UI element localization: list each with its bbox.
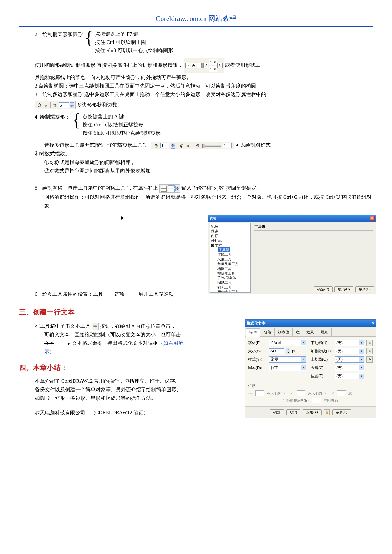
- case-combo[interactable]: (无)▾: [335, 365, 364, 371]
- tree-item[interactable]: 保存: [211, 229, 249, 234]
- polygon-after: 多边形形状和边数。: [77, 102, 122, 107]
- grid-icon: [161, 186, 167, 192]
- brace-icon: {: [72, 111, 81, 129]
- polygon-icon: ⬠: [36, 102, 42, 108]
- polygon-toolbar[interactable]: ⬠ ☆ ✩ ▴▾: [35, 101, 76, 109]
- spiral-select-a: 选择多边形工具展开式按钮下的“螺旋形工具”。: [44, 142, 150, 148]
- section-4-title: 四、本章小结：: [19, 362, 183, 374]
- options-line-c: 展开工具箱选项: [138, 291, 174, 297]
- kern-spin[interactable]: [312, 398, 321, 403]
- tree-item[interactable]: 椭圆工具: [211, 266, 249, 271]
- size-unit: pt: [292, 348, 295, 354]
- tree-item[interactable]: 内存: [211, 234, 249, 238]
- tab-tabs[interactable]: 制表位: [274, 328, 293, 336]
- ok-button[interactable]: 确定: [270, 409, 284, 415]
- strike-edit-icon[interactable]: ✎: [366, 348, 373, 354]
- strike-label: 加删除线(T):: [311, 348, 333, 354]
- tree-item[interactable]: 尺度工具: [211, 257, 249, 262]
- tree-item[interactable]: 图纸工具: [211, 280, 249, 285]
- tree-item[interactable]: 角度尺度工具: [211, 262, 249, 266]
- spiral-expand-input[interactable]: [223, 143, 232, 148]
- grid-b: 输入“行数”和“列数“按回车键确定。: [181, 185, 261, 191]
- style-combo[interactable]: 常规▾: [269, 356, 306, 363]
- angle-spin[interactable]: [337, 390, 346, 396]
- footer-left: 啸天电脑科技有限公司 （CORELDRAW12 笔记）: [35, 408, 149, 419]
- chevron-down-icon: ▾: [301, 340, 306, 345]
- tree-item[interactable]: 外挂式: [211, 238, 249, 243]
- tree-item[interactable]: 文本: [215, 243, 222, 247]
- ellipse-shortcut-2: 按住 Ctrl 可以绘制正圆: [95, 38, 173, 46]
- ellipse-icon: ○: [185, 63, 190, 68]
- shift-label: 位移: [248, 383, 373, 389]
- lock-icon[interactable]: 🔒: [324, 409, 330, 415]
- text-tool-icon[interactable]: 字: [92, 323, 99, 330]
- underline-label: 下划线(U):: [311, 340, 333, 346]
- style-label: 样式(Y):: [248, 356, 267, 362]
- tree-item[interactable]: 擦除器工具: [211, 271, 249, 276]
- arrow-icon: [106, 218, 123, 218]
- tab-fx[interactable]: 效果: [303, 328, 317, 336]
- options-tree[interactable]: VBA 保存 内存 外挂式 ⊟ 文本 ⊟ 工具箱 连线工具 尺度工具 角度尺度工…: [210, 223, 251, 293]
- spiral-slider[interactable]: [202, 145, 221, 147]
- pie-arc-toolbar[interactable]: ○ ◔ ⌒ ↺ 90.0 90.0 ↻: [184, 58, 224, 73]
- polygon-sides-input[interactable]: [59, 102, 69, 108]
- spiral-note-1: ①对称式是指每圈螺旋形的间距都相等，: [35, 158, 373, 167]
- options-line-b: 选项: [114, 291, 125, 297]
- spinner[interactable]: ▴▾: [70, 102, 74, 108]
- spiral-log-icon: ๑: [186, 143, 191, 148]
- h-shift-spin[interactable]: [255, 390, 264, 396]
- overline-combo[interactable]: (无)▾: [335, 356, 364, 363]
- arrow-icon: [57, 344, 70, 344]
- chevron-down-icon: ▾: [301, 365, 306, 370]
- tab-cols[interactable]: 栏: [292, 328, 303, 336]
- tab-rules[interactable]: 规则: [317, 328, 332, 336]
- three-point-ellipse: 3 点绘制椭圆：选中三点绘制椭圆工具在页面中先固定一点，然后任意拖动，可以绘制带…: [35, 82, 373, 90]
- font-combo[interactable]: O Arial▾: [269, 340, 306, 346]
- help-button[interactable]: 帮助(H): [355, 286, 374, 292]
- underline-edit-icon[interactable]: ✎: [366, 340, 373, 346]
- size-input[interactable]: [269, 348, 284, 354]
- position-combo[interactable]: (无)▾: [335, 373, 364, 379]
- sec3-p2: 可输入文本。直接拖动控制点可以改变文本的大小。也可单击: [35, 330, 183, 339]
- tree-item[interactable]: 手绘/贝塞尔: [211, 276, 249, 280]
- underline-combo[interactable]: (无)▾: [335, 340, 364, 346]
- strike-combo[interactable]: (无)▾: [335, 348, 364, 354]
- case-label: 大写(C):: [311, 365, 333, 371]
- tree-item[interactable]: 网状填充工具: [211, 290, 249, 293]
- spiral-select-c: 和对数式螺纹。: [35, 149, 373, 158]
- cancel-button[interactable]: 取消(C): [334, 286, 353, 292]
- ellipse-shortcut-3: 按住 Shift 可以以中心点绘制椭圆形: [95, 46, 173, 55]
- help-button[interactable]: 帮助(H): [332, 409, 351, 415]
- options-line-a: 6．绘图工具属性的设置：工具: [35, 291, 103, 297]
- kern-label: 字距调整范围(E):: [283, 398, 309, 404]
- v-shift-spin[interactable]: [297, 390, 305, 396]
- spiral-shortcut-2: 按住 Ctrl 可以绘制正螺旋形: [83, 121, 161, 129]
- tab-char[interactable]: 字符: [246, 328, 260, 336]
- section-3-title: 三、创建一行文本: [19, 306, 373, 318]
- chevron-down-icon: ▾: [359, 340, 364, 345]
- spiral-select-b: 可以绘制对称式: [235, 142, 271, 148]
- chevron-down-icon: ▾: [359, 374, 364, 379]
- spiral-toolbar[interactable]: ◎ ▴ ▾ ◎ ๑ ⊚: [151, 142, 234, 149]
- item-2-label: 2．绘制椭圆形和圆形: [35, 30, 83, 39]
- tab-para[interactable]: 段落: [260, 328, 275, 336]
- grid-toolbar[interactable]: ▴▾: [159, 184, 180, 193]
- apply-button[interactable]: 应用(A): [303, 409, 322, 415]
- page-header: Coreldraw.com.cn 网站教程: [19, 13, 373, 27]
- grid-spinner[interactable]: ▴▾: [175, 186, 179, 191]
- size-label: 大小(S):: [248, 348, 267, 354]
- complex-star-icon: ✩: [52, 102, 58, 108]
- close-icon[interactable]: ×: [372, 320, 374, 326]
- script-combo[interactable]: 拉丁▾: [269, 365, 306, 371]
- tree-item-selected[interactable]: 工具箱: [218, 247, 230, 252]
- ok-button[interactable]: 确定(O): [314, 286, 333, 292]
- tree-item[interactable]: 连线工具: [211, 252, 249, 257]
- spiral-turns-input[interactable]: [160, 143, 169, 148]
- spiral-note-2: ②对数式是指每圈之间的距离从里向外依次增加: [35, 167, 373, 175]
- tree-item[interactable]: 刻刀工具: [211, 285, 249, 290]
- overline-edit-icon[interactable]: ✎: [366, 356, 373, 363]
- cancel-button[interactable]: 取消: [286, 409, 300, 415]
- tree-item[interactable]: VBA: [211, 224, 249, 229]
- close-icon[interactable]: ×: [370, 216, 375, 221]
- chevron-down-icon: ▾: [359, 365, 364, 370]
